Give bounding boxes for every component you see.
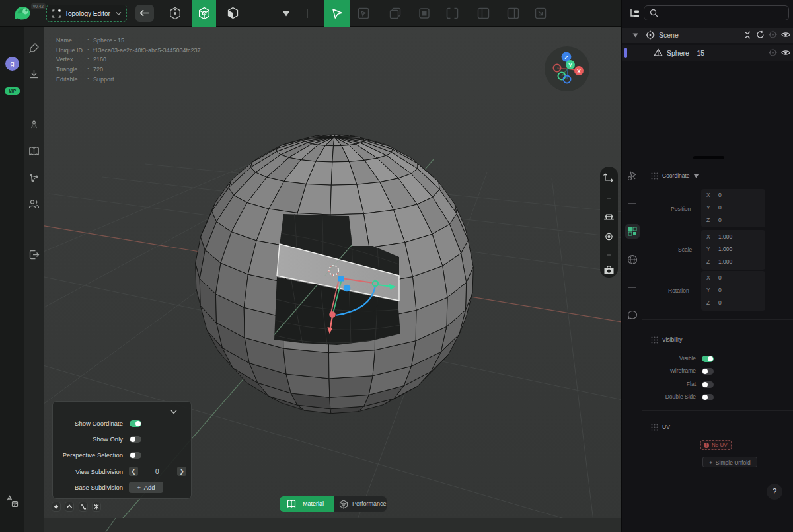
svg-text:Y: Y xyxy=(568,62,572,69)
svg-text:X: X xyxy=(577,68,581,75)
svg-text:Z: Z xyxy=(564,54,568,61)
